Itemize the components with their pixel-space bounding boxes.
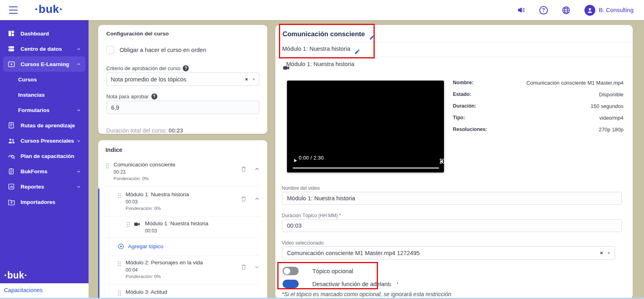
- sidebar-item-label: Plan de capacitación: [21, 153, 74, 159]
- drag-handle-icon[interactable]: [118, 193, 121, 199]
- passing-grade-label: Nota para aprobar ?: [106, 93, 157, 100]
- hamburger-menu-icon[interactable]: [9, 6, 18, 14]
- expand-chevron-down-icon[interactable]: [254, 264, 260, 270]
- sidebar-item-cursos[interactable]: Cursos: [3, 72, 85, 87]
- language-globe-icon[interactable]: [561, 6, 571, 15]
- clipboard-icon: [7, 167, 15, 175]
- sidebar-item-bukforms[interactable]: BukForms: [3, 164, 85, 179]
- divider: [275, 42, 633, 42]
- topbar-actions: ? B. Consulting: [517, 0, 634, 20]
- restriction-footnote: *Si el tópico es marcado como opcional, …: [282, 291, 451, 297]
- chevron-down-icon: [76, 184, 81, 189]
- video-name-label: Nombre del video: [282, 185, 320, 191]
- user-avatar: [584, 5, 595, 16]
- learning-path-icon: [7, 121, 15, 129]
- drag-handle-icon[interactable]: [126, 222, 130, 228]
- importers-folder-icon: [7, 198, 15, 206]
- chevron-down-icon: [76, 169, 81, 174]
- topic-title-heading: Módulo 1: Nuestra historia: [286, 61, 354, 67]
- approval-criteria-select[interactable]: Nota promedio de los tópicos × ▾: [106, 73, 259, 86]
- sidebar-item-importadores[interactable]: Importadores: [3, 194, 85, 210]
- config-card-title: Configuración del curso: [106, 31, 169, 37]
- sidebar-item-label: Formularios: [18, 107, 50, 113]
- disable-skip-label: Desactivar función de adelantar *: [312, 281, 398, 287]
- sidebar-item-cursos-elearning[interactable]: Cursos E-Learning: [3, 56, 85, 72]
- video-camera-icon: [134, 221, 140, 228]
- module-time: 00:04: [126, 267, 203, 273]
- divider: [105, 186, 260, 186]
- chevron-down-icon: [76, 108, 81, 113]
- index-topic-row[interactable]: Módulo 1: Nuestra historia 00:03: [105, 220, 260, 234]
- collapse-chevron-up-icon[interactable]: [254, 166, 260, 172]
- clear-selection-icon[interactable]: ×: [245, 76, 248, 82]
- meta-row-duracion: Duración: 150 segundos: [453, 103, 623, 109]
- user-menu[interactable]: B. Consulting: [584, 5, 634, 16]
- user-name: B. Consulting: [599, 7, 634, 13]
- module-weight: Ponderación: 0%: [126, 206, 189, 211]
- add-topic-button[interactable]: Agregar tópico: [105, 243, 260, 250]
- sidebar-item-instancias[interactable]: Instancias: [3, 87, 85, 102]
- divider: [105, 255, 260, 255]
- buk-logo[interactable]: ·buk·: [35, 3, 63, 16]
- select-caret-icon[interactable]: ▾: [253, 77, 255, 81]
- delete-trash-icon[interactable]: [240, 264, 247, 270]
- drag-handle-icon[interactable]: [118, 261, 121, 267]
- index-course-row[interactable]: Comunicación consciente 00:23 Ponderació…: [105, 162, 260, 181]
- course-time: 00:23: [114, 169, 175, 175]
- index-module3-row[interactable]: Módulo 3: Actitud: [105, 289, 260, 296]
- clear-selection-icon[interactable]: ×: [600, 250, 603, 256]
- approval-criteria-label: Criterio de aprobación del curso ?: [106, 65, 189, 71]
- video-progress-bar[interactable]: [293, 167, 439, 169]
- help-icon[interactable]: ?: [539, 6, 548, 15]
- sidebar-item-cursos-presenciales[interactable]: Cursos Presenciales: [3, 133, 85, 148]
- video-name-input[interactable]: [282, 192, 622, 205]
- chevron-up-icon: [76, 62, 81, 67]
- passing-grade-input[interactable]: [106, 101, 259, 114]
- topic-duration-input[interactable]: [282, 219, 622, 232]
- divider: [275, 57, 633, 57]
- sidebar-item-dashboard[interactable]: Dashboard: [3, 26, 85, 41]
- selected-section-accent: [98, 189, 99, 299]
- module-weight: Ponderación: 0%: [126, 274, 203, 279]
- elearning-icon: [7, 60, 15, 68]
- help-tooltip-icon[interactable]: ?: [183, 65, 189, 71]
- meta-row-tipo: Tipo: video/mp4: [453, 115, 623, 121]
- approval-criteria-value: Nota promedio de los tópicos: [111, 76, 186, 83]
- sidebar-item-reportes[interactable]: Reportes: [3, 179, 85, 194]
- order-checkbox[interactable]: [106, 46, 114, 54]
- collapse-chevron-up-icon[interactable]: [254, 196, 260, 202]
- sidebar-item-centro-de-datos[interactable]: Centro de datos: [3, 41, 85, 56]
- sidebar-item-plan-de-capacitacion[interactable]: Plan de capacitación: [3, 148, 85, 164]
- optional-topic-toggle[interactable]: [283, 267, 299, 275]
- selected-video-select[interactable]: Comunicación consciente M1 Master.mp4 12…: [282, 246, 615, 260]
- index-module1-row[interactable]: Módulo 1: Nuestra historia 00:03 Pondera…: [105, 191, 260, 211]
- announcements-megaphone-icon[interactable]: [517, 6, 526, 15]
- drag-handle-icon[interactable]: [118, 290, 121, 296]
- help-tooltip-icon[interactable]: ?: [151, 93, 157, 100]
- people-icon: [7, 137, 15, 145]
- index-module2-row[interactable]: Módulo 2: Personajes en la vida 00:04 Po…: [105, 260, 260, 279]
- topbar: ·buk· ? B. Consulting: [0, 0, 644, 20]
- sidebar-item-label: Dashboard: [21, 31, 49, 37]
- delete-trash-icon[interactable]: [240, 166, 247, 172]
- disable-skip-toggle[interactable]: [283, 280, 299, 288]
- index-card-title: Indice: [105, 147, 260, 153]
- delete-trash-icon[interactable]: [240, 195, 247, 202]
- sidebar-item-formularios[interactable]: Formularios: [3, 102, 85, 118]
- course-weight: Ponderación: 0%: [114, 176, 175, 181]
- capacitaciones-link[interactable]: Capacitaciones: [4, 287, 43, 293]
- drag-handle-icon[interactable]: [105, 163, 109, 169]
- module-title: Módulo 2: Personajes en la vida: [126, 260, 203, 266]
- order-checkbox-label: Obligar a hacer el curso en orden: [120, 47, 206, 53]
- sidebar-item-label: BukForms: [21, 168, 47, 174]
- video-player[interactable]: 0:00 / 2:30: [287, 81, 444, 172]
- video-metadata: Nombre: Comunicación consciente M1 Maste…: [453, 80, 623, 138]
- meta-row-resoluciones: Resoluciones: 270p 180p: [453, 127, 623, 133]
- total-duration: Duración total del curso: 00:23: [106, 127, 183, 134]
- sidebar-item-rutas-de-aprendizaje[interactable]: Rutas de aprendizaje: [3, 118, 85, 133]
- sidebar-item-label: Cursos Presenciales: [21, 138, 74, 144]
- divider: [105, 216, 260, 216]
- optional-topic-row: Tópico opcional: [283, 267, 353, 275]
- chevron-down-icon: [76, 46, 81, 52]
- select-caret-icon[interactable]: ▾: [608, 251, 610, 255]
